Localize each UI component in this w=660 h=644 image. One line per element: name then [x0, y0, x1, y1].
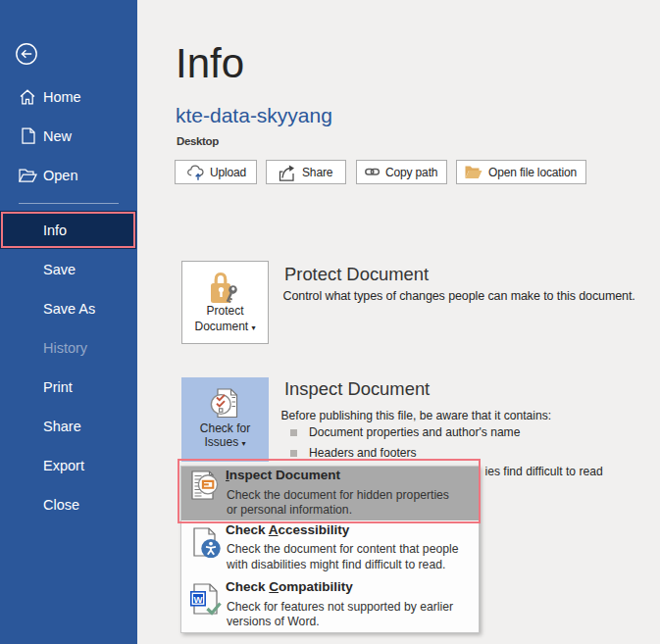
svg-text:W: W [194, 594, 203, 605]
